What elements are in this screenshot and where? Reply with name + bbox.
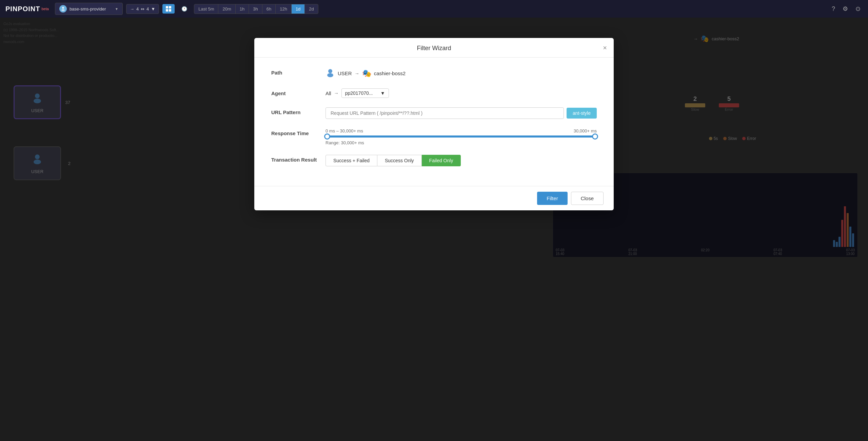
time-btn-12h[interactable]: 12h xyxy=(276,4,292,14)
svg-rect-2 xyxy=(166,6,168,8)
modal-title: Filter Wizard xyxy=(417,45,451,52)
user-path-icon xyxy=(326,68,335,79)
response-time-value: 0 ms – 30,000+ ms 30,000+ ms Range: 30,0… xyxy=(326,128,597,145)
time-btn-1d[interactable]: 1d xyxy=(292,4,305,14)
url-pattern-input[interactable] xyxy=(326,107,564,119)
agent-arrow-icon: → xyxy=(334,90,339,96)
ant-style-button[interactable]: ant-style xyxy=(567,108,597,119)
modal-body: Path USER → 🎭 cas xyxy=(254,58,614,186)
node-chevron-icon: ▼ xyxy=(151,6,155,12)
time-btn-1h[interactable]: 1h xyxy=(236,4,249,14)
arrow-in-icon: → xyxy=(130,6,134,12)
svg-point-0 xyxy=(62,7,64,9)
response-time-label: Response Time xyxy=(271,128,326,136)
range-slider-track xyxy=(326,135,597,138)
filter-button[interactable]: Filter xyxy=(537,192,567,205)
time-btn-5m[interactable]: Last 5m xyxy=(194,4,218,14)
topnav: PINPOINT beta base-sms-provider ▼ → 4 ⇔ … xyxy=(0,0,868,18)
github-icon[interactable]: ⊙ xyxy=(853,3,863,15)
url-pattern-label: URL Pattern xyxy=(271,107,326,115)
agent-all-label: All xyxy=(326,90,331,96)
response-time-row: Response Time 0 ms – 30,000+ ms 30,000+ … xyxy=(271,128,597,145)
agent-select[interactable]: pp2017070... ▼ xyxy=(341,88,389,98)
path-row: Path USER → 🎭 cas xyxy=(271,68,597,79)
logo-text: PINPOINT xyxy=(5,5,40,13)
node-count-out: 4 xyxy=(146,6,149,12)
url-pattern-value: ant-style xyxy=(326,107,597,119)
svg-rect-5 xyxy=(169,9,171,12)
response-time-container: 0 ms – 30,000+ ms 30,000+ ms Range: 30,0… xyxy=(326,128,597,145)
app-name: base-sms-provider xyxy=(70,6,106,12)
time-btn-6h[interactable]: 6h xyxy=(262,4,276,14)
help-icon[interactable]: ? xyxy=(830,3,837,15)
url-pattern-row: URL Pattern ant-style xyxy=(271,107,597,119)
main-area: GoJs evaluation (c) 1998–2015 Northwoods… xyxy=(0,18,868,441)
range-thumb-right[interactable] xyxy=(592,133,598,140)
agent-select-value: pp2017070... xyxy=(345,90,373,96)
close-button[interactable]: Close xyxy=(571,192,604,205)
time-range-selector: Last 5m 20m 1h 3h 6h 12h 1d 2d xyxy=(194,4,318,14)
agent-row: Agent All → pp2017070... ▼ xyxy=(271,88,597,98)
node-counter[interactable]: → 4 ⇔ 4 ▼ xyxy=(126,4,159,14)
svg-rect-3 xyxy=(169,6,171,8)
agent-value: All → pp2017070... ▼ xyxy=(326,88,597,98)
node-count-in: 4 xyxy=(136,6,139,12)
svg-point-11 xyxy=(327,73,333,77)
clock-icon[interactable]: 🕐 xyxy=(178,4,191,14)
agent-select-chevron: ▼ xyxy=(380,90,385,96)
svg-point-1 xyxy=(61,9,65,11)
app-icon xyxy=(59,5,67,13)
transaction-result-row: Transaction Result Success + Failed Succ… xyxy=(271,155,597,166)
range-labels: 0 ms – 30,000+ ms 30,000+ ms xyxy=(326,128,597,133)
path-label: Path xyxy=(271,68,326,76)
range-thumb-left[interactable] xyxy=(324,133,330,140)
svg-rect-4 xyxy=(166,9,168,12)
logo: PINPOINT beta xyxy=(5,5,49,13)
settings-icon[interactable]: ⚙ xyxy=(841,3,850,15)
range-text: Range: 30,000+ ms xyxy=(326,140,597,145)
path-arrow-icon: → xyxy=(355,71,359,76)
range-min-label: 0 ms – 30,000+ ms xyxy=(326,128,363,133)
result-buttons: Success + Failed Success Only Failed Onl… xyxy=(326,155,461,166)
time-btn-20m[interactable]: 20m xyxy=(218,4,235,14)
path-to-label: cashier-boss2 xyxy=(374,70,406,76)
time-btn-3h[interactable]: 3h xyxy=(249,4,262,14)
logo-beta: beta xyxy=(41,7,48,11)
agent-label: Agent xyxy=(271,88,326,96)
modal-overlay: Filter Wizard × Path xyxy=(0,18,868,441)
arrow-out-icon: ⇔ xyxy=(141,6,144,12)
filter-wizard-modal: Filter Wizard × Path xyxy=(254,38,614,210)
result-btn-success-only[interactable]: Success Only xyxy=(377,155,422,166)
path-value: USER → 🎭 cashier-boss2 xyxy=(326,68,597,79)
transaction-result-label: Transaction Result xyxy=(271,155,326,163)
app-selector[interactable]: base-sms-provider ▼ xyxy=(55,3,123,15)
chevron-down-icon: ▼ xyxy=(115,7,118,11)
modal-close-button[interactable]: × xyxy=(603,44,607,51)
result-btn-success-failed[interactable]: Success + Failed xyxy=(326,155,377,166)
cashier-path-icon: 🎭 xyxy=(362,69,371,78)
grid-view-button[interactable] xyxy=(162,4,175,14)
path-display: USER → 🎭 cashier-boss2 xyxy=(326,68,406,79)
svg-point-10 xyxy=(328,69,332,73)
modal-footer: Filter Close xyxy=(254,186,614,210)
transaction-result-value: Success + Failed Success Only Failed Onl… xyxy=(326,155,597,166)
result-btn-failed-only[interactable]: Failed Only xyxy=(422,155,461,166)
path-from-label: USER xyxy=(338,70,352,76)
time-btn-2d[interactable]: 2d xyxy=(305,4,318,14)
modal-header: Filter Wizard × xyxy=(254,38,614,58)
range-max-label: 30,000+ ms xyxy=(574,128,597,133)
